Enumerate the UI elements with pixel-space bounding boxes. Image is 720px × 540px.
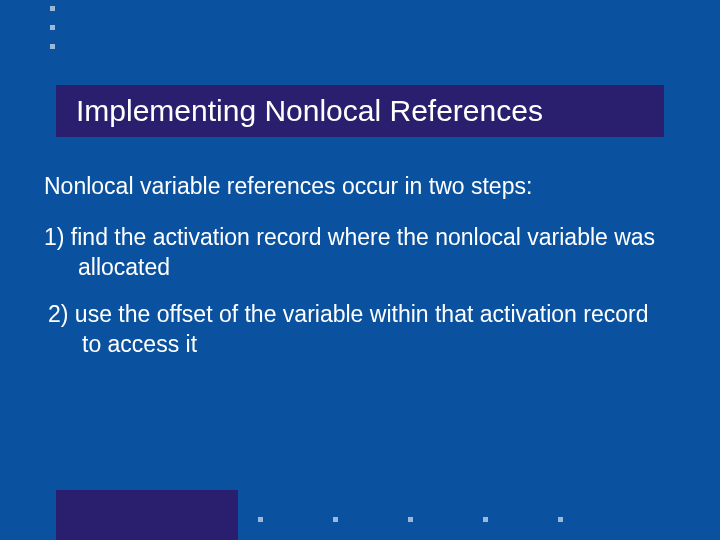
- list-item-text: 2) use the offset of the variable within…: [44, 300, 660, 359]
- dot-icon: [483, 517, 488, 522]
- title-bar: Implementing Nonlocal References: [56, 85, 664, 137]
- dot-icon: [50, 25, 55, 30]
- dot-icon: [408, 517, 413, 522]
- decoration-dots-bottom: [258, 517, 563, 522]
- list-item: 1) find the activation record where the …: [44, 223, 660, 282]
- intro-text: Nonlocal variable references occur in tw…: [44, 172, 660, 201]
- dot-icon: [558, 517, 563, 522]
- dot-icon: [333, 517, 338, 522]
- slide-body: Nonlocal variable references occur in tw…: [44, 172, 660, 377]
- dot-icon: [50, 6, 55, 11]
- decoration-block-bottom: [56, 490, 238, 540]
- dot-icon: [50, 44, 55, 49]
- list-item: 2) use the offset of the variable within…: [44, 300, 660, 359]
- dot-icon: [258, 517, 263, 522]
- slide-title: Implementing Nonlocal References: [76, 94, 543, 128]
- decoration-dots-top-left: [50, 6, 55, 49]
- list-item-text: 1) find the activation record where the …: [44, 223, 660, 282]
